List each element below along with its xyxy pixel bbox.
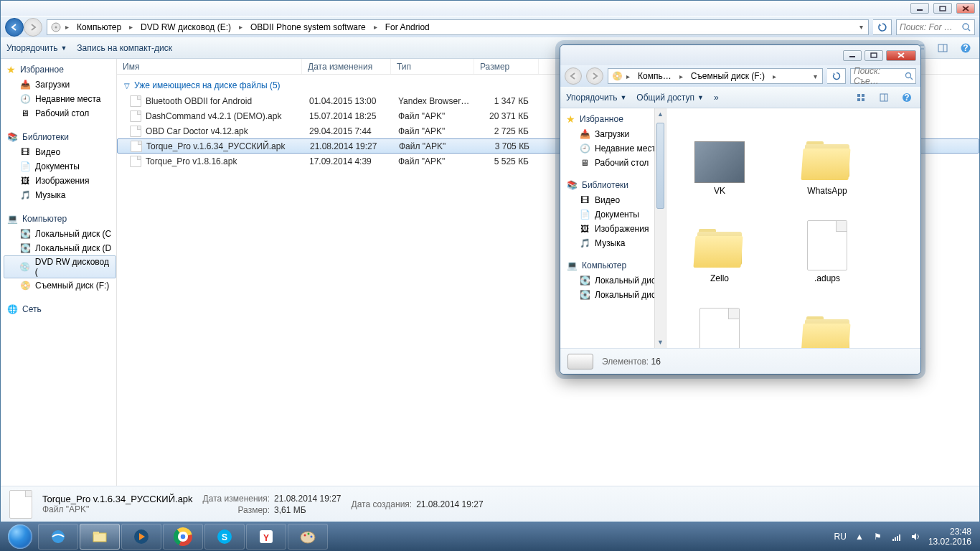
libraries-group[interactable]: 📚Библиотеки: [563, 177, 666, 193]
taskbar[interactable]: S Y RU ▲ ⚑ 23:48 13.02.2016: [0, 522, 980, 551]
nav-documents[interactable]: 📄Документы: [563, 207, 666, 222]
nav-pictures[interactable]: 🖼Изображения: [563, 222, 666, 236]
language-indicator[interactable]: RU: [834, 532, 847, 542]
preview-pane-button[interactable]: [935, 40, 951, 56]
task-chrome[interactable]: [163, 524, 203, 550]
nav-removable-f[interactable]: 📀Съемный диск (F:): [4, 278, 116, 293]
computer-group[interactable]: 💻Компьютер: [4, 211, 116, 227]
favorites-group[interactable]: ★Избранное: [4, 62, 116, 77]
minimize-button[interactable]: [843, 50, 862, 61]
computer-group[interactable]: 💻Компьютер: [563, 258, 666, 273]
address-dropdown-icon[interactable]: ▾: [811, 72, 819, 80]
icon-item[interactable]: VK: [669, 114, 770, 199]
task-media-player[interactable]: [121, 524, 161, 550]
task-explorer[interactable]: [80, 524, 120, 550]
col-type[interactable]: Тип: [391, 59, 474, 74]
nav-desktop[interactable]: 🖥Рабочий стол: [563, 156, 666, 170]
nav-dvd-rw[interactable]: 💿DVD RW дисковод (: [4, 255, 116, 278]
forward-button[interactable]: [586, 67, 603, 85]
chevron-right-icon[interactable]: ▸: [372, 23, 380, 31]
close-button[interactable]: [886, 50, 916, 61]
chevron-right-icon[interactable]: ▸: [677, 72, 685, 80]
nav-local-c[interactable]: 💽Локальный диск (C: [4, 227, 116, 241]
address-bar[interactable]: ▸ Компьютер ▸ DVD RW дисковод (E:) ▸ OBD…: [47, 19, 869, 35]
preview-pane-button[interactable]: [876, 90, 892, 105]
nav-videos[interactable]: 🎞Видео: [563, 193, 666, 207]
maximize-button[interactable]: [864, 50, 883, 61]
task-skype[interactable]: S: [204, 524, 245, 550]
chevron-right-icon[interactable]: ▸: [237, 23, 245, 31]
titlebar[interactable]: [1, 1, 979, 16]
col-name[interactable]: Имя: [117, 59, 302, 74]
sub-address-bar[interactable]: 📀 ▸ Компь… ▸ Съемный диск (F:) ▸ ▾: [608, 68, 823, 84]
help-button[interactable]: ?: [899, 90, 915, 105]
breadcrumb-segment[interactable]: Съемный диск (F:): [687, 69, 769, 83]
scroll-up-button[interactable]: ▲: [655, 108, 666, 120]
more-commands[interactable]: »: [714, 93, 719, 103]
view-options-button[interactable]: [853, 90, 869, 105]
nav-local-d[interactable]: 💽Локальный диск (D: [4, 241, 116, 255]
refresh-button[interactable]: [873, 19, 892, 35]
organize-button[interactable]: Упорядочить▼: [566, 93, 626, 103]
network-group[interactable]: 🌐Сеть: [4, 301, 116, 317]
close-button[interactable]: [956, 3, 975, 14]
back-button[interactable]: [565, 67, 582, 85]
chevron-right-icon[interactable]: ▸: [624, 72, 632, 80]
col-size[interactable]: Размер: [474, 59, 539, 74]
nav-videos[interactable]: 🎞Видео: [4, 145, 116, 159]
nav-documents[interactable]: 📄Документы: [4, 159, 116, 174]
breadcrumb-segment[interactable]: OBDII Phone system software: [246, 20, 370, 34]
secondary-explorer-window[interactable]: 📀 ▸ Компь… ▸ Съемный диск (F:) ▸ ▾ Поиск…: [560, 44, 921, 375]
tray-chevron-up-icon[interactable]: ▲: [854, 531, 865, 542]
nav-music[interactable]: 🎵Музыка: [563, 236, 666, 250]
icon-item[interactable]: Zello: [669, 202, 770, 286]
burn-to-disc-button[interactable]: Запись на компакт-диск: [77, 43, 172, 53]
flag-icon[interactable]: ⚑: [872, 531, 884, 542]
refresh-button[interactable]: [827, 68, 846, 84]
sub-search-box[interactable]: Поиск: Съе…: [850, 68, 916, 84]
icon-item[interactable]: .adups: [777, 202, 877, 286]
nav-pictures[interactable]: 🖼Изображения: [4, 174, 116, 188]
maximize-button[interactable]: [933, 3, 952, 14]
scroll-down-button[interactable]: ▼: [655, 336, 666, 348]
organize-button[interactable]: Упорядочить▼: [6, 43, 67, 53]
chevron-right-icon[interactable]: ▸: [771, 72, 778, 80]
icon-item[interactable]: ОБД 2: [777, 289, 877, 348]
breadcrumb-segment[interactable]: Компь…: [633, 69, 676, 83]
nav-desktop[interactable]: 🖥Рабочий стол: [4, 106, 116, 121]
libraries-group[interactable]: 📚Библиотеки: [4, 129, 116, 145]
nav-local-disk[interactable]: 💽Локальный дис: [563, 273, 666, 288]
task-yandex[interactable]: Y: [246, 524, 286, 550]
volume-icon[interactable]: [910, 531, 921, 542]
breadcrumb-segment[interactable]: For Andriod: [381, 20, 434, 34]
nav-recent[interactable]: 🕘Недавние места: [563, 141, 666, 156]
help-button[interactable]: ?: [958, 40, 974, 56]
share-button[interactable]: Общий доступ▼: [636, 93, 704, 103]
task-ie[interactable]: [38, 524, 78, 550]
nav-local-disk[interactable]: 💽Локальный дис: [563, 288, 666, 302]
col-date[interactable]: Дата изменения: [302, 59, 391, 74]
chevron-right-icon[interactable]: ▸: [63, 23, 71, 31]
sub-titlebar[interactable]: [560, 45, 920, 65]
network-icon[interactable]: [891, 531, 903, 542]
minimize-button[interactable]: [910, 3, 929, 14]
icon-item[interactable]: WhatsApp: [777, 114, 877, 199]
clock[interactable]: 23:48 13.02.2016: [928, 527, 971, 547]
back-button[interactable]: [5, 18, 24, 37]
nav-downloads[interactable]: 📥Загрузки: [4, 77, 116, 92]
search-box[interactable]: Поиск: For …: [896, 19, 975, 35]
start-button[interactable]: [3, 524, 37, 550]
chevron-right-icon[interactable]: ▸: [127, 23, 135, 31]
address-dropdown-icon[interactable]: ▾: [857, 23, 865, 31]
forward-button[interactable]: [24, 18, 42, 37]
breadcrumb-segment[interactable]: Компьютер: [72, 20, 126, 34]
icon-item[interactable]: .megogo: [669, 289, 770, 348]
nav-downloads[interactable]: 📥Загрузки: [563, 127, 666, 141]
task-paint[interactable]: [288, 524, 328, 550]
scroll-thumb[interactable]: [656, 123, 664, 209]
breadcrumb-segment[interactable]: DVD RW дисковод (E:): [136, 20, 235, 34]
sub-icon-view[interactable]: VKWhatsAppZello.adups.megogoОБД 2: [666, 108, 920, 348]
nav-music[interactable]: 🎵Музыка: [4, 188, 116, 202]
navpane-scrollbar[interactable]: ▲ ▼: [654, 108, 666, 348]
nav-recent[interactable]: 🕘Недавние места: [4, 92, 116, 106]
